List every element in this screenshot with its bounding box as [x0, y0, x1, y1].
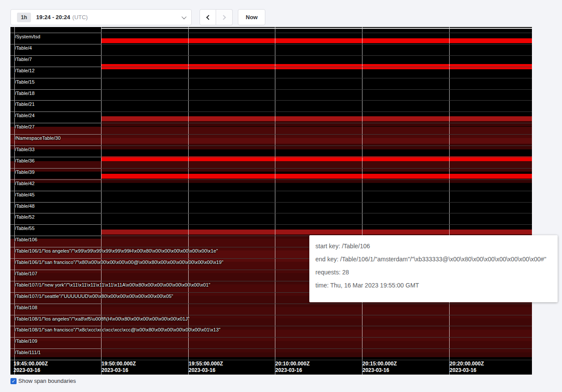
row-label: /Table/107/1/"new york"/"\x11\x11\x11\x1… — [15, 282, 210, 287]
span-boundary-line — [10, 224, 532, 225]
row-label: /NamespaceTable/30 — [15, 135, 61, 141]
now-button[interactable]: Now — [238, 9, 265, 25]
tooltip-start-key: start key: /Table/106 — [315, 243, 552, 250]
row-label: /Table/36 — [15, 158, 35, 163]
tick-time: 19:55:00.000Z — [189, 361, 223, 367]
tooltip-time: time: Thu, 16 Mar 2023 19:55:00 GMT — [315, 282, 552, 289]
time-toolbar: 1h 19:24 - 20:24 (UTC) Now — [10, 9, 265, 25]
tick-date: 2023-03-16 — [102, 367, 136, 374]
heat-band — [10, 161, 532, 172]
time-axis-tick: 19:55:00.000Z2023-03-16 — [189, 361, 223, 374]
span-boundaries-control: ✓ Show span boundaries — [10, 378, 76, 384]
heatmap-canvas[interactable]: /System/tsd/Table/4/Table/7/Table/12/Tab… — [10, 27, 532, 375]
span-boundary-line — [10, 213, 532, 213]
tick-time: 19:45:00.000Z — [14, 361, 48, 367]
show-span-boundaries-label: Show span boundaries — [18, 378, 76, 384]
tooltip-requests: requests: 28 — [315, 269, 552, 276]
row-label: /Table/55 — [15, 226, 35, 231]
heat-band — [10, 127, 532, 138]
row-label: /Table/45 — [15, 192, 35, 197]
time-nav-group — [200, 9, 233, 25]
next-window-button[interactable] — [216, 9, 233, 25]
tick-date: 2023-03-16 — [362, 367, 397, 374]
row-label: /Table/7 — [15, 57, 32, 62]
row-label: /Table/106/1/"los angeles"/"\x99\x99\x99… — [15, 248, 218, 253]
timezone-label: (UTC) — [72, 14, 88, 20]
time-axis-tick: 20:20:00.000Z2023-03-16 — [450, 361, 484, 374]
span-boundary-line — [10, 315, 532, 315]
row-label: /Table/27 — [15, 124, 35, 129]
tick-time: 20:10:00.000Z — [275, 361, 310, 367]
span-tooltip: start key: /Table/106 end key: /Table/10… — [309, 235, 558, 302]
span-boundary-line — [10, 78, 532, 78]
tick-date: 2023-03-16 — [189, 367, 223, 374]
heat-band — [10, 341, 532, 352]
row-label: /Table/21 — [15, 101, 35, 107]
time-axis-tick: 19:50:00.000Z2023-03-16 — [102, 361, 136, 374]
tick-date: 2023-03-16 — [14, 367, 48, 374]
previous-window-button[interactable] — [200, 9, 216, 25]
span-boundary-line — [10, 112, 532, 112]
span-boundary-line — [10, 33, 532, 33]
row-label: /Table/18 — [15, 91, 35, 96]
span-boundary-line — [10, 55, 532, 56]
tick-date: 2023-03-16 — [450, 367, 484, 374]
row-label: /Table/109 — [15, 338, 37, 344]
time-gridline — [449, 27, 450, 375]
time-axis-tick: 20:10:00.000Z2023-03-16 — [275, 361, 310, 374]
time-gridline — [362, 27, 362, 375]
heat-band — [101, 116, 532, 121]
show-span-boundaries-checkbox[interactable]: ✓ — [10, 378, 17, 384]
row-label: /Table/108/1/"los angeles"/"\xa8\xf5\u00… — [15, 316, 190, 321]
tick-time: 20:15:00.000Z — [362, 361, 397, 367]
row-label: /Table/39 — [15, 169, 35, 175]
row-label: /System/tsd — [15, 34, 41, 39]
time-gridline — [275, 27, 275, 375]
tooltip-end-key: end key: /Table/106/1/"amsterdam"/"\xb33… — [315, 256, 552, 263]
heat-band — [101, 121, 532, 126]
span-boundary-line — [10, 360, 532, 360]
span-boundary-line — [10, 123, 532, 123]
time-gridline — [101, 27, 102, 375]
tick-date: 2023-03-16 — [275, 367, 310, 374]
span-boundary-line — [10, 157, 532, 157]
span-boundary-line — [10, 134, 532, 135]
span-boundary-line — [10, 44, 532, 44]
span-boundary-line — [10, 89, 532, 90]
tick-time: 20:20:00.000Z — [450, 361, 484, 367]
heat-band — [10, 138, 532, 144]
heat-band — [101, 174, 532, 179]
row-label: /Table/33 — [15, 147, 35, 152]
row-label: /Table/106 — [15, 237, 37, 242]
time-axis-tick: 19:45:00.000Z2023-03-16 — [14, 361, 48, 374]
heat-band — [10, 352, 532, 357]
span-boundary-line — [10, 100, 532, 101]
span-boundary-line — [10, 191, 532, 191]
span-boundary-line — [10, 326, 532, 326]
chevron-down-icon — [182, 14, 186, 19]
row-label: /Table/106/1/"san francisco"/"\x80\x00\x… — [15, 260, 223, 265]
heat-band — [101, 38, 532, 43]
time-gridline — [188, 27, 189, 375]
row-label: /Table/107/1/"seattle"/"UUUUUUD\x00\x80\… — [15, 294, 173, 299]
span-boundary-line — [10, 168, 532, 169]
span-boundary-line — [10, 202, 532, 203]
chevron-left-icon — [206, 15, 211, 20]
row-label: /Table/42 — [15, 181, 35, 186]
span-boundary-line — [10, 348, 532, 349]
row-label: /Table/107 — [15, 271, 37, 276]
chevron-right-icon — [221, 15, 226, 20]
tick-time: 19:50:00.000Z — [102, 361, 136, 367]
span-boundary-line — [10, 337, 532, 338]
span-boundary-line — [10, 67, 532, 67]
row-label: /Table/24 — [15, 113, 35, 118]
time-range-select[interactable]: 1h 19:24 - 20:24 (UTC) — [10, 9, 192, 25]
heat-band — [101, 28, 532, 29]
row-label: /Table/48 — [15, 203, 35, 209]
row-label: /Table/12 — [15, 68, 35, 73]
row-label: /Table/52 — [15, 214, 35, 220]
span-boundary-line — [10, 145, 532, 146]
row-label: /Table/108 — [15, 305, 37, 310]
row-label: /Table/4 — [15, 45, 32, 51]
time-axis-tick: 20:15:00.000Z2023-03-16 — [362, 361, 397, 374]
